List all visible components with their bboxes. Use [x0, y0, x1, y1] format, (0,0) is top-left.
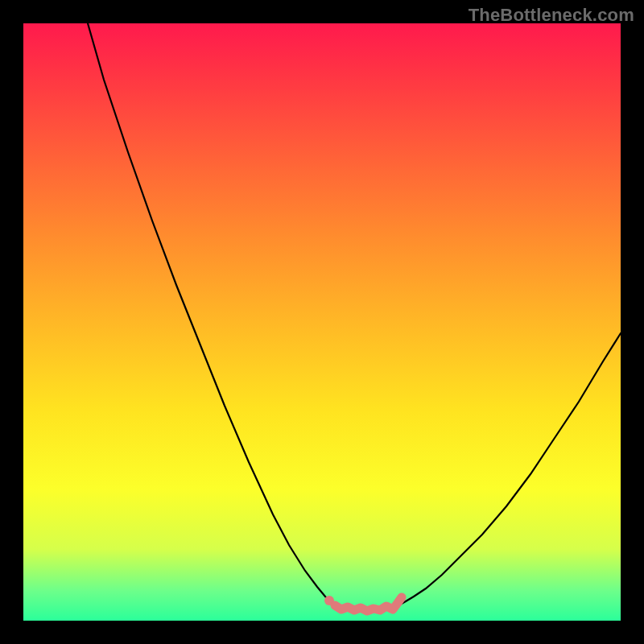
- chart-area: [23, 23, 621, 621]
- marker-squiggle: [335, 597, 402, 611]
- plot-svg: [23, 23, 621, 621]
- watermark-text: TheBottleneck.com: [469, 5, 634, 26]
- curve-left: [88, 23, 331, 603]
- curve-right: [400, 333, 621, 605]
